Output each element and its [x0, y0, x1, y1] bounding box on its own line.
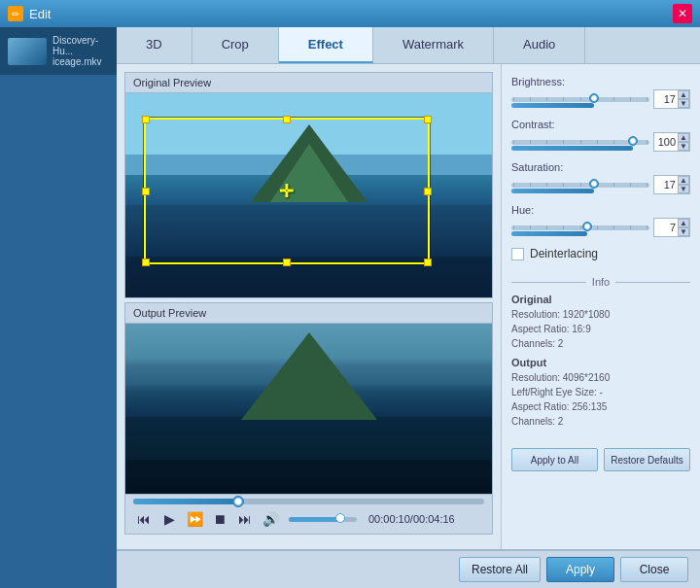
saturation-up[interactable]: ▲ — [678, 176, 689, 185]
close-window-button[interactable]: ✕ — [673, 4, 692, 23]
info-output-resolution: Resolution: 4096*2160 — [511, 370, 690, 385]
info-original-resolution: Resolution: 1920*1080 — [511, 307, 690, 322]
restore-defaults-button[interactable]: Restore Defaults — [604, 448, 690, 471]
hue-slider[interactable] — [511, 225, 649, 230]
crop-selection-box[interactable]: ✛ — [144, 118, 430, 264]
original-preview-label: Original Preview — [125, 73, 492, 93]
title-bar: ✏ Edit ✕ — [0, 0, 700, 27]
crop-handle-bottomleft[interactable] — [142, 259, 150, 266]
sidebar-video-title: Discovery-Hu... — [52, 35, 109, 56]
sidebar-thumb — [8, 38, 47, 65]
info-output-aspect: Aspect Ratio: 256:135 — [511, 399, 690, 414]
output-preview-video[interactable] — [125, 324, 492, 494]
volume-thumb[interactable] — [335, 513, 345, 523]
crop-handle-topleft[interactable] — [142, 116, 150, 123]
saturation-spinner[interactable]: ▲ ▼ — [653, 175, 690, 194]
crop-handle-topright[interactable] — [424, 116, 432, 123]
crop-center-indicator: ✛ — [279, 181, 294, 202]
tab-watermark[interactable]: Watermark — [373, 27, 494, 63]
saturation-slider[interactable] — [511, 183, 649, 188]
skip-start-button[interactable]: ⏮ — [133, 508, 155, 530]
deinterlacing-row[interactable]: Deinterlacing — [511, 247, 690, 260]
volume-bar-track[interactable] — [289, 517, 357, 522]
hue-label: Hue: — [511, 204, 690, 216]
skip-end-button[interactable]: ⏭ — [234, 508, 256, 530]
progress-thumb[interactable] — [232, 496, 244, 507]
tab-bar: 3D Crop Effect Watermark Audio — [117, 27, 700, 64]
hue-down[interactable]: ▼ — [678, 227, 689, 236]
output-preview-section: Output Preview ⏮ ▶ — [124, 302, 493, 535]
apply-button[interactable]: Apply — [546, 557, 614, 582]
crop-handle-topcenter[interactable] — [283, 116, 291, 123]
crop-handle-middleleft[interactable] — [142, 188, 150, 195]
brightness-slider[interactable] — [511, 97, 649, 102]
volume-icon: 🔊 — [260, 508, 281, 530]
hue-spinner[interactable]: ▲ ▼ — [653, 218, 690, 237]
sidebar-video-file: iceage.mkv — [52, 56, 109, 67]
apply-to-all-button[interactable]: Apply to All — [511, 448, 598, 471]
bottom-bar: Restore All Apply Close — [117, 549, 700, 588]
hue-up[interactable]: ▲ — [678, 219, 689, 227]
info-output-title: Output — [511, 357, 690, 368]
info-section-title: Info — [511, 276, 690, 288]
contrast-down[interactable]: ▼ — [678, 142, 689, 151]
original-preview-video[interactable]: ✛ — [125, 93, 492, 297]
stop-button[interactable]: ⏹ — [209, 508, 230, 530]
info-original-title: Original — [511, 294, 690, 305]
brightness-down[interactable]: ▼ — [678, 99, 689, 108]
saturation-label: Saturation: — [511, 161, 690, 173]
original-preview-section: Original Preview — [124, 72, 493, 298]
tab-audio[interactable]: Audio — [494, 27, 585, 63]
time-current: 00:00:10 — [368, 513, 410, 525]
brightness-label: Brightness: — [511, 76, 690, 87]
output-preview-label: Output Preview — [125, 303, 492, 324]
preview-area: Original Preview — [117, 64, 501, 549]
info-output-block: Output Resolution: 4096*2160 Left/Right … — [511, 357, 690, 429]
crop-handle-middleright[interactable] — [424, 188, 432, 195]
time-total: 00:04:16 — [413, 513, 455, 525]
contrast-control: Contrast: ▲ ▼ — [511, 119, 690, 152]
app-icon: ✏ — [8, 6, 23, 21]
crop-handle-bottomright[interactable] — [424, 259, 432, 266]
progress-bar-fill — [133, 499, 238, 504]
info-output-channels: Channels: 2 — [511, 414, 690, 429]
playback-bar: ⏮ ▶ ⏩ ⏹ ⏭ 🔊 00:00:10/00:04:16 — [125, 494, 492, 534]
hue-control: Hue: ▲ ▼ — [511, 204, 690, 237]
play-button[interactable]: ▶ — [158, 508, 180, 530]
close-button[interactable]: Close — [620, 557, 688, 582]
tab-effect[interactable]: Effect — [279, 27, 373, 63]
deinterlacing-label: Deinterlacing — [530, 247, 598, 260]
info-output-eye-size: Left/Right Eye Size: - — [511, 385, 690, 399]
right-panel: Brightness: ▲ ▼ — [501, 64, 700, 549]
info-original-aspect: Aspect Ratio: 16:9 — [511, 322, 690, 336]
fast-forward-button[interactable]: ⏩ — [184, 508, 205, 530]
contrast-spinner[interactable]: ▲ ▼ — [653, 132, 690, 152]
tab-3d[interactable]: 3D — [117, 27, 192, 63]
info-original-block: Original Resolution: 1920*1080 Aspect Ra… — [511, 294, 690, 351]
sidebar: Discovery-Hu... iceage.mkv — [0, 27, 117, 588]
panel-action-buttons: Apply to All Restore Defaults — [511, 448, 690, 471]
saturation-control: Saturation: ▲ ▼ — [511, 161, 690, 194]
saturation-down[interactable]: ▼ — [678, 185, 689, 193]
sidebar-item-video[interactable]: Discovery-Hu... iceage.mkv — [0, 27, 117, 75]
restore-all-button[interactable]: Restore All — [459, 557, 541, 582]
crop-handle-bottomcenter[interactable] — [283, 259, 291, 266]
brightness-spinner[interactable]: ▲ ▼ — [653, 89, 690, 109]
info-section: Info Original Resolution: 1920*1080 Aspe… — [511, 276, 690, 434]
volume-fill — [289, 517, 340, 522]
tab-crop[interactable]: Crop — [192, 27, 279, 63]
time-display: 00:00:10/00:04:16 — [368, 513, 455, 525]
contrast-slider[interactable] — [511, 140, 649, 145]
brightness-control: Brightness: ▲ ▼ — [511, 76, 690, 109]
brightness-up[interactable]: ▲ — [678, 90, 689, 99]
contrast-label: Contrast: — [511, 119, 690, 130]
info-original-channels: Channels: 2 — [511, 336, 690, 351]
deinterlacing-checkbox[interactable] — [511, 248, 524, 260]
progress-bar-track[interactable] — [133, 499, 484, 504]
window-title: Edit — [29, 7, 51, 21]
contrast-up[interactable]: ▲ — [678, 133, 689, 142]
